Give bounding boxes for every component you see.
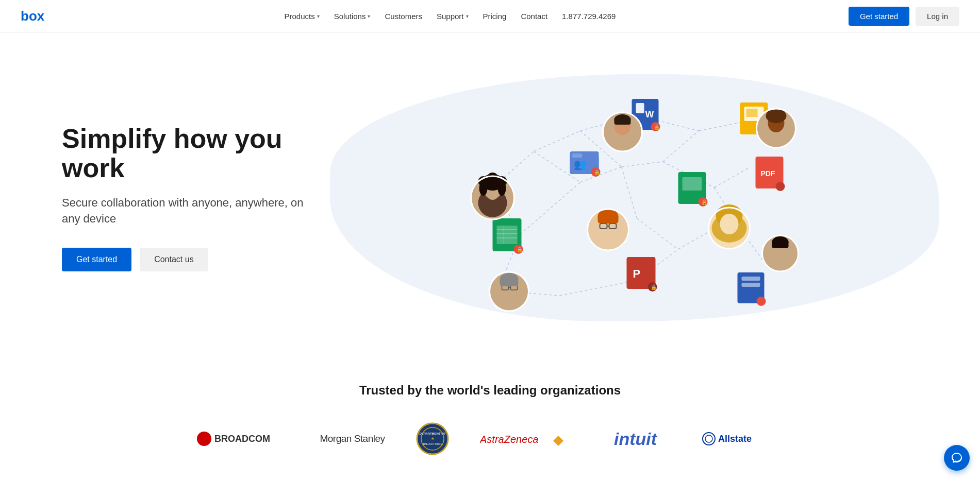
morgan-stanley-text: Morgan Stanley bbox=[320, 433, 385, 444]
svg-line-12 bbox=[637, 218, 678, 249]
allstate-logo: Allstate bbox=[702, 427, 784, 450]
svg-line-19 bbox=[560, 280, 637, 296]
nav-pricing[interactable]: Pricing bbox=[483, 12, 507, 21]
svg-rect-111 bbox=[500, 278, 519, 286]
chevron-down-icon: ▾ bbox=[368, 13, 370, 19]
nav-support[interactable]: Support ▾ bbox=[437, 12, 469, 21]
svg-text:🔒: 🔒 bbox=[517, 246, 523, 253]
svg-point-115 bbox=[769, 248, 792, 271]
nav-actions: Get started Log in bbox=[849, 7, 959, 26]
svg-point-130 bbox=[705, 435, 712, 442]
svg-line-9 bbox=[622, 167, 637, 218]
svg-rect-41 bbox=[497, 226, 518, 244]
svg-rect-36 bbox=[572, 153, 583, 158]
svg-text:🔒: 🔒 bbox=[654, 124, 660, 130]
svg-point-84 bbox=[595, 224, 622, 250]
trusted-section: Trusted by the world's leading organizat… bbox=[0, 352, 980, 476]
svg-point-129 bbox=[703, 433, 715, 445]
svg-text:PDF: PDF bbox=[761, 169, 775, 178]
svg-point-106 bbox=[497, 286, 522, 311]
svg-text:P: P bbox=[633, 267, 641, 280]
svg-marker-127 bbox=[553, 436, 563, 446]
chat-icon bbox=[951, 452, 963, 464]
nav-contact[interactable]: Contact bbox=[521, 12, 547, 21]
morgan-stanley-logo: Morgan Stanley bbox=[320, 433, 385, 444]
svg-line-3 bbox=[534, 131, 580, 151]
hero-contact-button[interactable]: Contact us bbox=[140, 248, 208, 271]
nav-phone: 1.877.729.4269 bbox=[562, 12, 616, 21]
svg-rect-61 bbox=[742, 283, 760, 287]
usaf-logo: DEPARTMENT OF ★ THE AIR FORCE bbox=[416, 422, 449, 455]
svg-point-54 bbox=[776, 182, 785, 191]
svg-point-62 bbox=[757, 297, 766, 306]
logo[interactable]: box bbox=[21, 9, 52, 24]
broadcom-logo: BROADCOM bbox=[196, 428, 289, 449]
nav-login-button[interactable]: Log in bbox=[916, 7, 959, 26]
svg-point-96 bbox=[720, 214, 739, 234]
svg-line-10 bbox=[663, 131, 699, 162]
svg-rect-31 bbox=[746, 109, 758, 117]
svg-rect-60 bbox=[742, 277, 760, 281]
svg-text:★: ★ bbox=[431, 437, 435, 440]
svg-text:DEPARTMENT OF: DEPARTMENT OF bbox=[419, 432, 446, 435]
nav-products[interactable]: Products ▾ bbox=[285, 12, 320, 21]
hero-title: Simplify how you work bbox=[62, 124, 309, 183]
svg-point-73 bbox=[487, 173, 499, 184]
hero-subtitle: Secure collaboration with anyone, anywhe… bbox=[62, 195, 309, 227]
svg-text:AstraZeneca: AstraZeneca bbox=[480, 434, 538, 445]
svg-line-14 bbox=[715, 167, 751, 187]
hero-illustration: .conn { stroke: #A0B8D8; stroke-width: 1… bbox=[309, 64, 939, 332]
svg-line-16 bbox=[521, 182, 580, 234]
read-stories-section: Read all customer stories bbox=[0, 476, 980, 481]
svg-rect-49 bbox=[683, 177, 702, 191]
svg-text:THE AIR FORCE: THE AIR FORCE bbox=[422, 442, 442, 445]
svg-text:🔒: 🔒 bbox=[651, 284, 657, 290]
hero-content: Simplify how you work Secure collaborati… bbox=[62, 124, 309, 271]
svg-text:🔒: 🔒 bbox=[594, 169, 601, 176]
hero-get-started-button[interactable]: Get started bbox=[62, 248, 131, 271]
network-illustration: .conn { stroke: #A0B8D8; stroke-width: 1… bbox=[309, 64, 939, 332]
hero-buttons: Get started Contact us bbox=[62, 248, 309, 271]
customer-logos: BROADCOM Morgan Stanley DEPARTMENT OF ★ … bbox=[41, 422, 939, 455]
nav-get-started-button[interactable]: Get started bbox=[849, 7, 909, 26]
svg-text:W: W bbox=[645, 109, 654, 119]
svg-point-119 bbox=[197, 432, 211, 446]
svg-rect-80 bbox=[614, 117, 631, 125]
astrazeneca-logo: AstraZeneca bbox=[480, 428, 583, 449]
svg-text:🔒: 🔒 bbox=[701, 199, 708, 205]
svg-text:Allstate: Allstate bbox=[718, 434, 752, 444]
navigation: box Products ▾ Solutions ▾ Customers Sup… bbox=[0, 0, 980, 33]
nav-customers[interactable]: Customers bbox=[385, 12, 422, 21]
svg-text:BROADCOM: BROADCOM bbox=[214, 434, 270, 444]
chat-button[interactable] bbox=[944, 445, 970, 471]
svg-line-8 bbox=[622, 162, 663, 167]
svg-text:👥: 👥 bbox=[574, 158, 587, 170]
nav-links: Products ▾ Solutions ▾ Customers Support… bbox=[285, 12, 616, 21]
svg-rect-89 bbox=[598, 214, 619, 224]
trusted-heading: Trusted by the world's leading organizat… bbox=[41, 383, 939, 398]
intuit-logo: intuit bbox=[614, 427, 671, 450]
chevron-down-icon: ▾ bbox=[317, 13, 320, 19]
svg-text:intuit: intuit bbox=[614, 429, 658, 449]
svg-rect-25 bbox=[636, 103, 644, 113]
hero-section: Simplify how you work Secure collaborati… bbox=[0, 33, 980, 352]
svg-text:box: box bbox=[21, 9, 45, 24]
svg-rect-117 bbox=[772, 240, 789, 248]
nav-solutions[interactable]: Solutions ▾ bbox=[334, 12, 371, 21]
chevron-down-icon: ▾ bbox=[466, 13, 469, 19]
